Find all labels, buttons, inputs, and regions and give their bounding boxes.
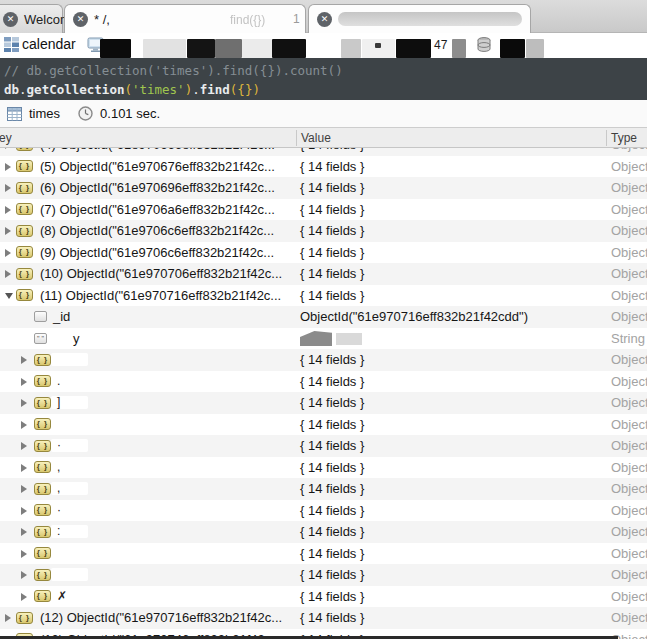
tree-row[interactable]: { },{ 14 fields }Object <box>0 457 647 479</box>
tab-welcome[interactable]: ✕ Welcome <box>0 4 63 33</box>
row-type: Object <box>611 586 647 608</box>
row-value: { 14 fields } <box>300 392 364 414</box>
json-object-icon: { } <box>34 461 51 473</box>
tree-row[interactable]: { }.{ 14 fields }Object <box>0 371 647 393</box>
expand-arrow-icon[interactable] <box>21 528 27 536</box>
tree-row[interactable]: { }{ 14 fields }Object <box>0 543 647 565</box>
row-value: { 14 fields } <box>300 500 364 522</box>
tree-row[interactable]: { }·{ 14 fields }Object <box>0 500 647 522</box>
row-type: Object <box>611 414 647 436</box>
tab-query-active[interactable]: ✕ * /, find({}) 1 <box>64 4 306 33</box>
database-name-label[interactable]: calendar <box>22 36 76 52</box>
tree-row[interactable]: { }(11) ObjectId("61e970716eff832b21f42c… <box>0 285 647 307</box>
tree-row[interactable]: { }(12) ObjectId("61e970716eff832b21f42c… <box>0 607 647 629</box>
expand-arrow-icon[interactable] <box>21 464 27 472</box>
row-value: ObjectId("61e970716eff832b21f42cdd") <box>300 306 528 328</box>
tree-row[interactable]: { }(7) ObjectId("61e9706a6eff832b21f42c.… <box>0 199 647 221</box>
query-editor[interactable]: // db.getCollection('times').find({}).co… <box>0 58 647 100</box>
json-object-icon: { } <box>34 590 51 602</box>
close-icon[interactable]: ✕ <box>73 12 88 27</box>
tree-row[interactable]: " "yString <box>0 328 647 350</box>
expand-arrow-icon[interactable] <box>5 206 11 214</box>
redaction-block <box>452 39 466 58</box>
column-header-value[interactable]: Value <box>301 128 331 148</box>
expand-arrow-icon[interactable] <box>21 356 27 364</box>
expand-arrow-icon[interactable] <box>5 148 11 149</box>
editor-code-line: db.getCollection('times').find({}) <box>4 80 647 99</box>
column-header-type[interactable]: Type <box>611 128 637 148</box>
expand-arrow-icon[interactable] <box>5 614 11 622</box>
close-icon[interactable]: ✕ <box>317 12 332 27</box>
row-value: { 14 fields } <box>300 543 364 565</box>
expand-arrow-icon[interactable] <box>21 442 27 450</box>
close-icon[interactable]: ✕ <box>3 12 18 27</box>
row-key: (6) ObjectId("61e970696eff832b21f42c... <box>40 177 275 199</box>
json-object-icon: { } <box>16 612 33 624</box>
key-redaction <box>51 547 88 560</box>
column-header-key[interactable]: Key <box>0 128 12 148</box>
tree-row[interactable]: { }·{ 14 fields }Object <box>0 435 647 457</box>
document-tree: { }(4) ObjectId("61e970666eff832b21f42c.… <box>0 148 647 639</box>
expand-arrow-icon[interactable] <box>5 293 13 299</box>
expand-arrow-icon[interactable] <box>5 184 11 192</box>
code-token: 'times' <box>132 82 185 97</box>
row-key: (7) ObjectId("61e9706a6eff832b21f42c... <box>40 199 275 221</box>
expand-arrow-icon[interactable] <box>5 270 11 278</box>
column-divider[interactable] <box>606 130 607 146</box>
grid-header: Key Value Type <box>0 128 647 148</box>
tree-row[interactable]: { }✗{ 14 fields }Object <box>0 586 647 608</box>
tree-row[interactable]: { }(5) ObjectId("61e970676eff832b21f42c.… <box>0 156 647 178</box>
row-key-mark: · <box>57 500 61 522</box>
tree-row[interactable]: { }{ 14 fields }Object <box>0 414 647 436</box>
expand-arrow-icon[interactable] <box>21 550 27 558</box>
row-type: Object <box>611 521 647 543</box>
row-value: { 14 fields } <box>300 586 364 608</box>
row-key: (5) ObjectId("61e970676eff832b21f42c... <box>40 156 275 178</box>
tree-row[interactable]: { }:{ 14 fields }Object <box>0 521 647 543</box>
code-token: find <box>200 82 230 97</box>
row-type: Object <box>611 242 647 264</box>
expand-arrow-icon[interactable] <box>5 163 11 171</box>
row-key-mark: : <box>57 521 60 543</box>
tab-redacted[interactable]: ✕ <box>308 4 531 33</box>
redaction-block <box>242 39 272 58</box>
expand-arrow-icon[interactable] <box>5 227 11 235</box>
tree-row[interactable]: { }(10) ObjectId("61e970706eff832b21f42c… <box>0 263 647 285</box>
tree-row[interactable]: { }{ 14 fields }Object <box>0 349 647 371</box>
expand-arrow-icon[interactable] <box>21 485 27 493</box>
expand-arrow-icon[interactable] <box>21 378 27 386</box>
tree-row[interactable]: { }(4) ObjectId("61e970666eff832b21f42c.… <box>0 148 647 156</box>
row-type: Object <box>611 148 647 156</box>
tree-row[interactable]: _idObjectId("61e970716eff832b21f42cdd")O… <box>0 306 647 328</box>
redaction-block <box>375 43 381 48</box>
expand-arrow-icon[interactable] <box>21 571 27 579</box>
expand-arrow-icon[interactable] <box>21 507 27 515</box>
json-object-icon: { } <box>34 526 51 538</box>
redaction-block <box>500 39 525 58</box>
tree-row[interactable]: { }(9) ObjectId("61e9706c6eff832b21f42c.… <box>0 242 647 264</box>
row-type: Object <box>611 371 647 393</box>
tree-row[interactable]: { },{ 14 fields }Object <box>0 478 647 500</box>
row-key-mark: , <box>57 478 60 500</box>
tree-row[interactable]: { }(6) ObjectId("61e970696eff832b21f42c.… <box>0 177 647 199</box>
expand-arrow-icon[interactable] <box>21 593 27 601</box>
query-elapsed-time: 0.101 sec. <box>78 106 160 121</box>
tree-row[interactable]: { }]{ 14 fields }Object <box>0 392 647 414</box>
json-object-icon: { } <box>34 569 51 581</box>
redaction-block <box>100 39 131 58</box>
query-breadcrumb-bar: calendar 47 <box>0 33 647 58</box>
tree-row[interactable]: { }{ 14 fields }Object <box>0 564 647 586</box>
expand-arrow-icon[interactable] <box>21 399 27 407</box>
database-grid-icon <box>4 37 19 52</box>
redacted-text-fragment: 47 <box>434 38 447 52</box>
tree-row[interactable]: { }(8) ObjectId("61e9706c6eff832b21f42c.… <box>0 220 647 242</box>
expand-arrow-icon[interactable] <box>5 249 11 257</box>
robomongo-window: { "icons": { "close_glyph": "✕", "json_b… <box>0 0 647 639</box>
row-type: String <box>611 328 645 350</box>
expand-arrow-icon[interactable] <box>21 421 27 429</box>
row-value: { 14 fields } <box>300 607 364 629</box>
result-collection-tab[interactable]: times <box>7 106 60 121</box>
row-type: ObjectId <box>611 306 647 328</box>
row-key-char: y <box>73 328 80 350</box>
column-divider[interactable] <box>296 130 297 146</box>
